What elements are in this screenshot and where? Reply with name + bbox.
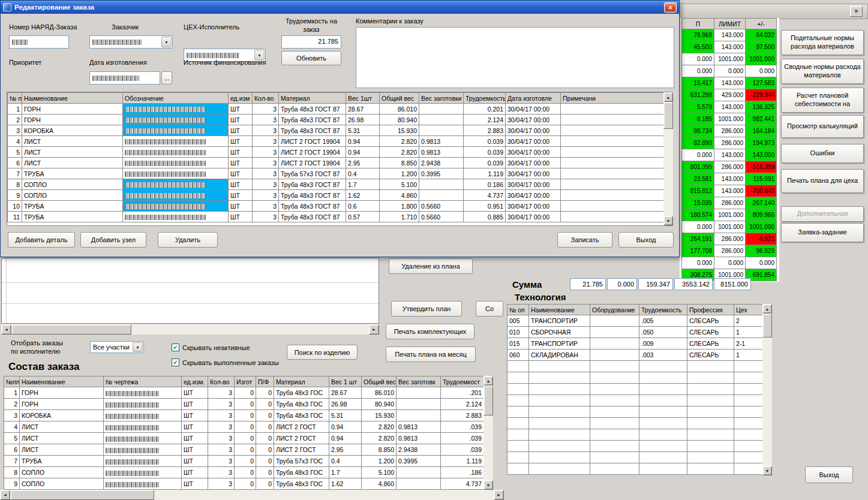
technology-table-row[interactable]: 005 ТРАНСПОРТИР .005 СЛЕСАРЬ 2: [507, 315, 763, 327]
scroll-left-button[interactable]: ◄: [0, 490, 10, 500]
items-table-row[interactable]: 1 ГОРН ШТ 3 Труба 48х3 ГОСТ 87 28.67 86.…: [8, 104, 664, 115]
detail-material-norms-button[interactable]: Подетальные нормы расхода материалов: [781, 30, 864, 55]
scroll-up-button[interactable]: ▲: [762, 304, 772, 314]
items-table-row[interactable]: 7 ТРУБА ШТ 3 Труба 57х3 ГОСТ 87 0.4 1.20…: [8, 168, 664, 179]
technology-table-row[interactable]: [507, 441, 763, 452]
technology-table-row[interactable]: [507, 429, 763, 441]
view-calculations-button[interactable]: Просмотр калькуляций: [781, 115, 864, 138]
limits-table-row[interactable]: 177.708 286.000 96.929: [682, 245, 777, 257]
limits-table-row[interactable]: 180.574 1001.000 809.966: [682, 209, 777, 221]
comments-textarea[interactable]: [356, 27, 674, 88]
summary-material-norms-button[interactable]: Сводные нормы расхода материалов: [781, 59, 864, 84]
limits-table-row[interactable]: 82.890 286.000 194.973: [682, 137, 777, 149]
limits-table-row[interactable]: 15.035 286.000 267.140: [682, 197, 777, 209]
orders-list-hscrollbar[interactable]: ◄ ►: [1, 324, 379, 335]
date-browse-button[interactable]: ...: [161, 71, 172, 85]
items-table-row[interactable]: 9 СОПЛО ШТ 3 Труба 48х3 ГОСТ 87 1.62 4.8…: [8, 190, 664, 201]
print-month-plan-button[interactable]: Печать плана на месяц: [386, 347, 476, 362]
scroll-left-button[interactable]: ◄: [1, 324, 11, 335]
technology-table-row[interactable]: 060 СКЛАДИРОВАН .003 СЛЕСАРЬ 1: [507, 350, 763, 361]
technology-table-row[interactable]: 010 СБОРОЧНАЯ .050 СЛЕСАРЬ 1: [507, 327, 763, 338]
customer-combobox[interactable]: ▼: [89, 35, 173, 49]
limits-table-row[interactable]: 98.734 286.000 164.184: [682, 125, 777, 137]
limits-table-row[interactable]: 23.581 143.000 115.091: [682, 173, 777, 185]
scroll-thumb[interactable]: [663, 102, 673, 129]
technology-table-row[interactable]: [507, 406, 763, 418]
errors-button[interactable]: Ошибки: [781, 144, 864, 163]
limits-table-row[interactable]: 801.395 286.000 -516.399: [682, 161, 777, 173]
technology-table-row[interactable]: [507, 463, 763, 475]
search-by-product-button[interactable]: Поиск по изделию: [287, 345, 358, 360]
hide-inactive-checkbox[interactable]: ✔: [172, 344, 179, 351]
scroll-right-button[interactable]: ►: [369, 324, 379, 335]
technology-table-row[interactable]: [507, 395, 763, 406]
limits-table-row[interactable]: 0.000 143.000 143.000: [682, 149, 777, 161]
items-table-row[interactable]: 11 ТРУБА ШТ 3 Труба 48х3 ГОСТ 87 0.57 1.…: [8, 212, 664, 222]
limits-table-row[interactable]: 264.191 286.000 -6.921: [682, 233, 777, 245]
items-table-row[interactable]: 6 ЛИСТ ШТ 3 ЛИСТ 2 ГОСТ 19904 2.95 8.850…: [8, 158, 664, 168]
items-table-row[interactable]: 2 ГОРН ШТ 3 Труба 48х3 ГОСТ 87 26.98 80.…: [8, 115, 664, 125]
technology-table-row[interactable]: [507, 361, 763, 372]
limits-table-row[interactable]: 5.579 143.000 136.325: [682, 101, 777, 113]
limits-table-row[interactable]: 0.000 1001.000 1001.000: [682, 53, 777, 65]
sections-combobox[interactable]: Все участки ▼: [90, 341, 144, 353]
items-table-row[interactable]: 5 ЛИСТ ШТ 3 ЛИСТ 2 ГОСТ 19904 0.94 2.820…: [8, 147, 664, 158]
composition-table-row[interactable]: 2 ГОРН ШТ 3 0 0 Труба 48х3 ГОС 26.98 80.…: [4, 399, 484, 410]
approve-plan-button[interactable]: Утвердить план: [391, 301, 462, 317]
composition-table-row[interactable]: 8 СОПЛО ШТ 3 0 0 Труба 48х3 ГОС 1.7 5.10…: [4, 467, 484, 478]
composition-table-row[interactable]: 9 СОПЛО ШТ 3 0 0 Труба 48х3 ГОС 1.62 4.8…: [4, 478, 484, 490]
limits-table-row[interactable]: 15.417 143.000 127.583: [682, 77, 777, 89]
dialog-titlebar[interactable]: Редактирование заказа ✕: [1, 1, 679, 14]
background-close-button[interactable]: ✕: [850, 6, 863, 17]
scroll-thumb[interactable]: [762, 314, 772, 338]
items-table-row[interactable]: 8 СОПЛО ШТ 3 Труба 48х3 ГОСТ 87 1.7 5.10…: [8, 179, 664, 190]
composition-table-row[interactable]: 3 КОРОБКА ШТ 3 0 0 Труба 48х3 ГОС 5.31 1…: [4, 410, 484, 421]
orders-list-area[interactable]: [1, 258, 379, 324]
approve-extra-button[interactable]: Со: [476, 301, 503, 317]
technology-table-row[interactable]: 015 ТРАНСПОРТИР .009 СЛЕСАРЬ 2-1: [507, 338, 763, 350]
scroll-thumb[interactable]: [10, 490, 154, 500]
scroll-up-button[interactable]: ▲: [663, 92, 673, 102]
print-components-button[interactable]: Печать комплектующих: [386, 324, 474, 339]
order-number-input[interactable]: [9, 35, 69, 49]
technology-table-row[interactable]: [507, 372, 763, 384]
add-node-button[interactable]: Добавить узел: [80, 232, 146, 248]
dialog-close-button[interactable]: ✕: [664, 2, 677, 13]
composition-table-row[interactable]: 1 ГОРН ШТ 3 0 0 Труба 48х3 ГОС 28.67 86.…: [4, 387, 484, 399]
hide-completed-checkbox[interactable]: ✔: [172, 359, 179, 366]
composition-table-row[interactable]: 6 ЛИСТ ШТ 3 0 0 ЛИСТ 2 ГОСТ 2.95 8.850 2…: [4, 444, 484, 456]
chevron-down-icon[interactable]: ▼: [133, 342, 143, 352]
scroll-up-button[interactable]: ▲: [483, 376, 493, 385]
request-task-button[interactable]: Заявка-задание: [781, 223, 864, 242]
main-exit-button[interactable]: Выход: [805, 466, 853, 483]
scroll-thumb[interactable]: [11, 324, 131, 335]
composition-table-row[interactable]: 4 ЛИСТ ШТ 3 0 0 ЛИСТ 2 ГОСТ 0.94 2.820 0…: [4, 421, 484, 433]
planned-cost-button[interactable]: Расчет плановой себестоимости на: [781, 88, 864, 113]
print-shop-plan-button[interactable]: Печать плана для цеха: [781, 169, 864, 193]
scroll-right-button[interactable]: ►: [494, 490, 504, 500]
items-table-row[interactable]: 3 КОРОБКА ШТ 3 Труба 48х3 ГОСТ 87 5.31 1…: [8, 125, 664, 136]
add-part-button[interactable]: Добавить деталь: [8, 232, 75, 248]
limits-table-row[interactable]: 78.968 143.000 64.032: [682, 29, 777, 41]
items-table-row[interactable]: 4 ЛИСТ ШТ 3 ЛИСТ 2 ГОСТ 19904 0.94 2.820…: [8, 136, 664, 147]
limits-table-row[interactable]: 8.185 1001.000 982.441: [682, 113, 777, 125]
dialog-exit-button[interactable]: Выход: [618, 232, 674, 248]
remove-from-plan-button[interactable]: Удаление из плана: [389, 258, 473, 274]
mfg-date-input[interactable]: [89, 71, 160, 85]
refresh-button[interactable]: Обновить: [281, 51, 341, 65]
limits-table-row[interactable]: 631.298 429.000 -229.944: [682, 89, 777, 101]
composition-vscrollbar[interactable]: ▲ ▼: [483, 376, 493, 490]
save-button[interactable]: Записать: [557, 232, 612, 248]
delete-button[interactable]: Удалить: [158, 232, 218, 248]
composition-table-row[interactable]: 5 ЛИСТ ШТ 3 0 0 ЛИСТ 2 ГОСТ 0.94 2.820 0…: [4, 433, 484, 444]
scroll-down-button[interactable]: ▼: [663, 216, 673, 225]
limits-table-row[interactable]: 0.000 0.000 0.000: [682, 257, 777, 269]
items-table-row[interactable]: 10 ТРУБА ШТ 3 Труба 48х3 ГОСТ 87 0.6 1.8…: [8, 201, 664, 212]
chevron-down-icon[interactable]: ▼: [161, 37, 172, 47]
composition-table-row[interactable]: 7 ТРУБА ШТ 3 0 0 Труба 57х3 ГОС 0.4 1.20…: [4, 456, 484, 467]
technology-vscrollbar[interactable]: ▲ ▼: [762, 304, 772, 475]
bottom-hscrollbar[interactable]: ◄ ►: [0, 490, 504, 500]
scroll-down-button[interactable]: ▼: [483, 480, 493, 490]
limits-table-row[interactable]: 0.000 1001.000 1001.000: [682, 221, 777, 233]
technology-table-row[interactable]: [507, 418, 763, 429]
